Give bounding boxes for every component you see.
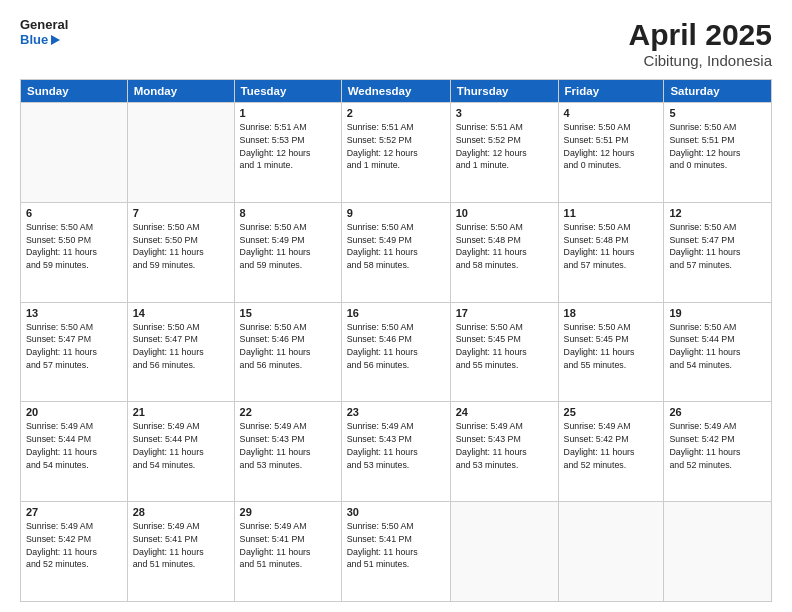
day-number: 26 [669,406,766,418]
calendar-day-header: Saturday [664,80,772,103]
calendar-day-header: Tuesday [234,80,341,103]
day-info: Sunrise: 5:49 AM Sunset: 5:42 PM Dayligh… [669,420,766,471]
day-number: 20 [26,406,122,418]
day-number: 23 [347,406,445,418]
day-info: Sunrise: 5:49 AM Sunset: 5:41 PM Dayligh… [133,520,229,571]
logo-blue-text: Blue [20,33,48,48]
day-info: Sunrise: 5:50 AM Sunset: 5:48 PM Dayligh… [564,221,659,272]
calendar-header-row: SundayMondayTuesdayWednesdayThursdayFrid… [21,80,772,103]
calendar-cell: 27Sunrise: 5:49 AM Sunset: 5:42 PM Dayli… [21,502,128,602]
calendar-cell: 15Sunrise: 5:50 AM Sunset: 5:46 PM Dayli… [234,302,341,402]
day-info: Sunrise: 5:50 AM Sunset: 5:47 PM Dayligh… [669,221,766,272]
calendar-week-row: 27Sunrise: 5:49 AM Sunset: 5:42 PM Dayli… [21,502,772,602]
calendar-cell [558,502,664,602]
calendar-cell: 1Sunrise: 5:51 AM Sunset: 5:53 PM Daylig… [234,103,341,203]
day-number: 30 [347,506,445,518]
day-info: Sunrise: 5:49 AM Sunset: 5:44 PM Dayligh… [133,420,229,471]
calendar-cell: 14Sunrise: 5:50 AM Sunset: 5:47 PM Dayli… [127,302,234,402]
calendar-cell: 9Sunrise: 5:50 AM Sunset: 5:49 PM Daylig… [341,202,450,302]
logo: General Blue [20,18,68,48]
calendar-cell: 21Sunrise: 5:49 AM Sunset: 5:44 PM Dayli… [127,402,234,502]
calendar-week-row: 1Sunrise: 5:51 AM Sunset: 5:53 PM Daylig… [21,103,772,203]
calendar-week-row: 6Sunrise: 5:50 AM Sunset: 5:50 PM Daylig… [21,202,772,302]
day-number: 28 [133,506,229,518]
calendar-cell [21,103,128,203]
calendar-cell: 7Sunrise: 5:50 AM Sunset: 5:50 PM Daylig… [127,202,234,302]
day-info: Sunrise: 5:50 AM Sunset: 5:46 PM Dayligh… [347,321,445,372]
day-info: Sunrise: 5:50 AM Sunset: 5:49 PM Dayligh… [240,221,336,272]
calendar-cell: 17Sunrise: 5:50 AM Sunset: 5:45 PM Dayli… [450,302,558,402]
day-info: Sunrise: 5:50 AM Sunset: 5:47 PM Dayligh… [26,321,122,372]
day-number: 29 [240,506,336,518]
page-title: April 2025 [629,18,772,52]
day-number: 16 [347,307,445,319]
calendar-cell: 11Sunrise: 5:50 AM Sunset: 5:48 PM Dayli… [558,202,664,302]
calendar-cell: 20Sunrise: 5:49 AM Sunset: 5:44 PM Dayli… [21,402,128,502]
calendar-cell: 24Sunrise: 5:49 AM Sunset: 5:43 PM Dayli… [450,402,558,502]
day-number: 10 [456,207,553,219]
day-number: 25 [564,406,659,418]
calendar-day-header: Monday [127,80,234,103]
calendar-cell: 10Sunrise: 5:50 AM Sunset: 5:48 PM Dayli… [450,202,558,302]
title-block: April 2025 Cibitung, Indonesia [629,18,772,69]
calendar-cell: 16Sunrise: 5:50 AM Sunset: 5:46 PM Dayli… [341,302,450,402]
day-number: 5 [669,107,766,119]
calendar-cell: 12Sunrise: 5:50 AM Sunset: 5:47 PM Dayli… [664,202,772,302]
calendar-day-header: Wednesday [341,80,450,103]
calendar-cell: 23Sunrise: 5:49 AM Sunset: 5:43 PM Dayli… [341,402,450,502]
calendar-cell: 22Sunrise: 5:49 AM Sunset: 5:43 PM Dayli… [234,402,341,502]
day-info: Sunrise: 5:49 AM Sunset: 5:43 PM Dayligh… [456,420,553,471]
day-number: 13 [26,307,122,319]
day-info: Sunrise: 5:49 AM Sunset: 5:43 PM Dayligh… [347,420,445,471]
calendar-day-header: Friday [558,80,664,103]
day-info: Sunrise: 5:51 AM Sunset: 5:52 PM Dayligh… [456,121,553,172]
day-info: Sunrise: 5:50 AM Sunset: 5:49 PM Dayligh… [347,221,445,272]
day-number: 12 [669,207,766,219]
calendar-cell: 5Sunrise: 5:50 AM Sunset: 5:51 PM Daylig… [664,103,772,203]
day-info: Sunrise: 5:51 AM Sunset: 5:52 PM Dayligh… [347,121,445,172]
calendar-cell: 4Sunrise: 5:50 AM Sunset: 5:51 PM Daylig… [558,103,664,203]
day-info: Sunrise: 5:50 AM Sunset: 5:51 PM Dayligh… [669,121,766,172]
calendar-cell: 8Sunrise: 5:50 AM Sunset: 5:49 PM Daylig… [234,202,341,302]
day-info: Sunrise: 5:50 AM Sunset: 5:47 PM Dayligh… [133,321,229,372]
day-number: 22 [240,406,336,418]
calendar-table: SundayMondayTuesdayWednesdayThursdayFrid… [20,79,772,602]
calendar-cell: 28Sunrise: 5:49 AM Sunset: 5:41 PM Dayli… [127,502,234,602]
calendar-cell: 6Sunrise: 5:50 AM Sunset: 5:50 PM Daylig… [21,202,128,302]
logo-chevron-icon [51,35,60,45]
calendar-cell: 2Sunrise: 5:51 AM Sunset: 5:52 PM Daylig… [341,103,450,203]
calendar-cell: 13Sunrise: 5:50 AM Sunset: 5:47 PM Dayli… [21,302,128,402]
day-info: Sunrise: 5:50 AM Sunset: 5:48 PM Dayligh… [456,221,553,272]
calendar-cell: 25Sunrise: 5:49 AM Sunset: 5:42 PM Dayli… [558,402,664,502]
day-number: 21 [133,406,229,418]
calendar-cell: 19Sunrise: 5:50 AM Sunset: 5:44 PM Dayli… [664,302,772,402]
calendar-day-header: Sunday [21,80,128,103]
day-info: Sunrise: 5:49 AM Sunset: 5:44 PM Dayligh… [26,420,122,471]
day-number: 6 [26,207,122,219]
day-info: Sunrise: 5:49 AM Sunset: 5:41 PM Dayligh… [240,520,336,571]
day-info: Sunrise: 5:50 AM Sunset: 5:50 PM Dayligh… [133,221,229,272]
day-number: 3 [456,107,553,119]
calendar-cell [450,502,558,602]
page: General Blue April 2025 Cibitung, Indone… [0,0,792,612]
logo-general-text: General [20,18,68,33]
day-info: Sunrise: 5:50 AM Sunset: 5:45 PM Dayligh… [456,321,553,372]
day-info: Sunrise: 5:49 AM Sunset: 5:42 PM Dayligh… [26,520,122,571]
day-number: 19 [669,307,766,319]
day-number: 4 [564,107,659,119]
calendar-day-header: Thursday [450,80,558,103]
header: General Blue April 2025 Cibitung, Indone… [20,18,772,69]
calendar-week-row: 20Sunrise: 5:49 AM Sunset: 5:44 PM Dayli… [21,402,772,502]
day-number: 7 [133,207,229,219]
day-info: Sunrise: 5:50 AM Sunset: 5:41 PM Dayligh… [347,520,445,571]
day-info: Sunrise: 5:50 AM Sunset: 5:46 PM Dayligh… [240,321,336,372]
day-number: 27 [26,506,122,518]
day-number: 9 [347,207,445,219]
day-number: 8 [240,207,336,219]
day-number: 18 [564,307,659,319]
day-number: 1 [240,107,336,119]
calendar-cell: 18Sunrise: 5:50 AM Sunset: 5:45 PM Dayli… [558,302,664,402]
day-number: 15 [240,307,336,319]
day-number: 11 [564,207,659,219]
calendar-cell [664,502,772,602]
